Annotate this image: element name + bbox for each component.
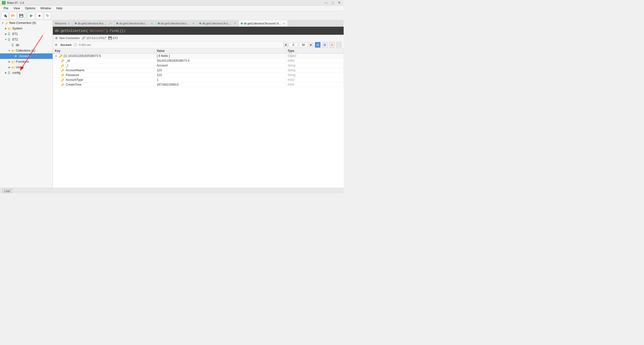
value-cell: 123 (154, 73, 285, 78)
folder-icon: 📁 (11, 49, 15, 52)
db-item: 💾 ET2 (108, 36, 118, 40)
value-cell: 1 (154, 78, 285, 82)
field-icon: 🔑 (61, 74, 64, 77)
menu-options[interactable]: Options (22, 6, 38, 11)
main-layout: ▼ ⚡ New Connection (5) ▶ 📁 System ▶ 🗄 ET… (0, 20, 344, 188)
sidebar-item-label: System (12, 27, 22, 30)
menu-file[interactable]: File (1, 6, 11, 11)
table-row[interactable]: ▼ 🔑 (1) 161431156183538073 6 { 6 fields … (53, 54, 344, 58)
tab-3[interactable]: db.getCollection('Account').find({}) ✕ (156, 20, 197, 27)
tab-close-icon[interactable]: ✕ (283, 22, 286, 25)
expand-arrow: ▼ (1, 22, 5, 24)
connection-icon: ⚡ (5, 21, 9, 24)
table-row: 🔑 Password 123 String (53, 73, 344, 78)
tab-2[interactable]: db.getCollection('Account').find({}) ✕ (114, 20, 156, 27)
sidebar-item-new-connection[interactable]: ▼ ⚡ New Connection (5) (0, 20, 53, 26)
tab-1[interactable]: db.getCollection('Account').find({}) ✕ (73, 20, 114, 27)
value-cell: { 6 fields } (154, 54, 285, 58)
menu-help[interactable]: Help (54, 6, 65, 11)
type-cell: Int32 (285, 78, 343, 82)
expand-arrow: ▼ (8, 49, 11, 52)
sidebar-item-functions[interactable]: ▶ 📁 Functions (0, 59, 53, 64)
page-start-input[interactable] (289, 43, 298, 47)
db-icon: 🗄 (8, 38, 12, 41)
expand-arrow: ▶ (4, 33, 8, 35)
expand-arrow: ▼ (4, 38, 8, 41)
toolbar: 🔌 📂 💾 ▶ ■ ↻ (0, 11, 344, 20)
key-cell: 🔑 Password (53, 73, 154, 78)
save-button[interactable]: 💾 (18, 12, 25, 19)
tab-close-icon[interactable]: ✕ (67, 22, 70, 25)
key-cell: 🔑 _t (53, 63, 154, 68)
sidebar-item-label: ET2 (12, 38, 18, 41)
result-bar: ⊞ Account 🕐 0.002 sec. ◀ ▶ ⊟ ⊞ ≡ ⛶ (53, 41, 344, 48)
field-icon: 🔑 (61, 69, 64, 72)
server-address: 127.0.0.1:27017 (86, 37, 106, 40)
tab-close-icon[interactable]: ✕ (233, 22, 236, 25)
tab-label: db.getCollection('Account').find({}) (161, 22, 191, 25)
connection-bar: 🖥 New Connection 🔗 127.0.0.1:27017 💾 ET2 (53, 35, 344, 41)
address-icon: 🔗 (82, 36, 85, 40)
query-bar[interactable]: db.getCollection('Account').find({}) (53, 27, 344, 35)
folder-icon: 📁 (11, 60, 15, 63)
window-controls[interactable]: — □ ✕ (324, 1, 342, 5)
minimize-button[interactable]: — (324, 1, 329, 5)
sidebar-item-db[interactable]: 🗄 db (0, 42, 53, 48)
expand-arrow: ▶ (4, 27, 8, 30)
tab-dot-icon (241, 22, 243, 24)
server-icon: 🖥 (55, 36, 58, 40)
sidebar-item-account[interactable]: ⊞ Account (0, 53, 53, 59)
sidebar-item-users[interactable]: ▶ 📁 Users (0, 64, 53, 70)
tab-dot-icon (75, 22, 77, 24)
expand-arrow: ▶ (4, 72, 8, 74)
expand-view-button[interactable]: ⛶ (336, 42, 342, 48)
run-button[interactable]: ▶ (28, 12, 35, 19)
logs-button[interactable]: Logs (2, 189, 13, 193)
app-icon: 🍃 (2, 1, 6, 5)
open-button[interactable]: 📂 (10, 12, 17, 19)
page-size-input[interactable] (299, 43, 308, 47)
address-item: 🔗 127.0.0.1:27017 (82, 36, 106, 40)
server-name: New Connection (59, 37, 80, 40)
status-bar: Logs (0, 188, 344, 193)
tab-bar: Welcome ✕ db.getCollection('Account').fi… (53, 20, 344, 27)
maximize-button[interactable]: □ (331, 1, 335, 5)
key-cell: 🔑 AccountType (53, 78, 154, 82)
sidebar-item-et2[interactable]: ▼ 🗄 ET2 (0, 37, 53, 42)
menu-window[interactable]: Window (38, 6, 54, 11)
tab-close-icon[interactable]: ✕ (109, 22, 112, 25)
close-button[interactable]: ✕ (337, 1, 342, 5)
tab-close-icon[interactable]: ✕ (150, 22, 153, 25)
prev-page-button[interactable]: ◀ (283, 43, 288, 47)
value-cell: Account (154, 63, 285, 68)
tab-label: db.getCollection('Account').find({}) (119, 22, 149, 25)
key-cell: ▼ 🔑 (1) 161431156183538073 6 (53, 54, 154, 58)
content-area: Welcome ✕ db.getCollection('Account').fi… (53, 20, 344, 188)
tab-4[interactable]: db.getCollection('Account').find({}) ✕ (197, 20, 239, 27)
next-page-button[interactable]: ▶ (309, 43, 313, 47)
expand-arrow: ▶ (8, 60, 11, 63)
menu-view[interactable]: View (11, 6, 22, 11)
tab-5[interactable]: db.getCollection('Account').find({}) ✕ (239, 20, 288, 27)
collapse-icon[interactable]: ▼ (55, 55, 57, 57)
table-view-button[interactable]: ⊞ (322, 42, 328, 48)
sidebar-item-config[interactable]: ▶ 🗄 config (0, 70, 53, 76)
sidebar-item-system[interactable]: ▶ 📁 System (0, 26, 53, 31)
sidebar-item-label: New Connection (5) (9, 21, 36, 25)
refresh-button[interactable]: ↻ (44, 12, 51, 19)
key-cell: 🔑 CreateTime (53, 82, 154, 87)
clock-icon: 🕐 (73, 43, 77, 47)
tree-view-button[interactable]: ⊟ (315, 42, 320, 48)
stop-button[interactable]: ■ (36, 12, 43, 19)
text-view-button[interactable]: ≡ (329, 42, 335, 48)
row-icon: 🔑 (59, 54, 63, 58)
connect-button[interactable]: 🔌 (2, 12, 9, 19)
table-row: 🔑 _id 161431156183538073 6 Int64 (53, 58, 344, 63)
tab-close-icon[interactable]: ✕ (192, 22, 195, 25)
sidebar-item-et1[interactable]: ▶ 🗄 ET1 (0, 31, 53, 37)
tab-welcome[interactable]: Welcome ✕ (53, 20, 73, 27)
query-time: 0.002 sec. (79, 43, 92, 46)
sidebar-item-collections[interactable]: ▼ 📁 Collections (1) (0, 48, 53, 53)
titlebar: 🍃 Robo 3T - 1.4 — □ ✕ (0, 0, 344, 6)
pagination-nav: ◀ ▶ ⊟ ⊞ ≡ ⛶ (283, 42, 342, 48)
